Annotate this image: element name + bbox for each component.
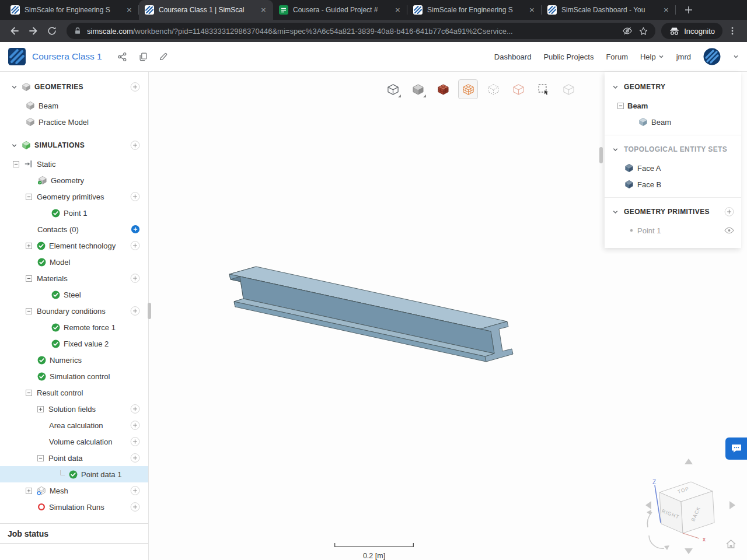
simscale-logo[interactable]	[8, 48, 26, 65]
reload-button[interactable]	[43, 22, 61, 40]
help-menu[interactable]: Help	[640, 52, 664, 61]
browser-tab-coursera-class-1-simscal[interactable]: Coursera Class 1 | SimScal×	[139, 0, 273, 20]
sidebar-resize-handle[interactable]	[148, 303, 151, 319]
new-tab-button[interactable]	[680, 2, 697, 18]
tab-close-button[interactable]: ×	[527, 5, 537, 15]
expander-minus-icon[interactable]	[13, 161, 19, 167]
add-button[interactable]	[130, 453, 140, 463]
tree-item-steel[interactable]: Steel	[0, 286, 148, 303]
eye-off-icon[interactable]	[622, 26, 633, 36]
panel-item-face-b-1[interactable]: Face B	[605, 176, 741, 192]
tree-item-boundary-conditions[interactable]: Boundary conditions	[0, 303, 148, 319]
tree-item-element-technology[interactable]: Element technology	[0, 237, 148, 254]
inactive-geometry-button[interactable]	[558, 79, 578, 99]
nav-forum[interactable]: Forum	[606, 52, 628, 61]
tree-item-materials[interactable]: Materials	[0, 270, 148, 286]
expander-minus-icon[interactable]	[26, 194, 32, 200]
username[interactable]: jmrd	[676, 52, 691, 61]
home-view-button[interactable]	[724, 537, 738, 551]
browser-tab-cousera-guided-project[interactable]: Cousera - Guided Project #×	[273, 0, 407, 20]
tab-close-button[interactable]: ×	[124, 5, 134, 15]
forward-button[interactable]	[25, 22, 42, 40]
expander-minus-icon[interactable]	[26, 275, 32, 282]
tree-item-numerics[interactable]: Numerics	[0, 352, 148, 368]
add-button[interactable]	[130, 306, 140, 316]
tree-item-remote-force-1[interactable]: Remote force 1	[0, 319, 148, 335]
add-button[interactable]	[130, 421, 140, 430]
add-button[interactable]	[130, 502, 140, 512]
highlight-geometry-button[interactable]	[508, 79, 528, 99]
tree-item-result-control[interactable]: Result control	[0, 384, 148, 401]
sidebar-section-simulations[interactable]: SIMULATIONS	[0, 137, 148, 153]
nav-public-projects[interactable]: Public Projects	[543, 52, 594, 61]
panel-section-header-topological-entity-sets[interactable]: TOPOLOGICAL ENTITY SETS	[605, 141, 741, 158]
sidebar-section-geometries[interactable]: GEOMETRIES	[0, 79, 148, 95]
tree-item-practice-model[interactable]: Practice Model	[0, 114, 148, 130]
browser-tab-simscale-dashboard-you[interactable]: SimScale Dashboard - You×	[542, 0, 676, 20]
beam-3d-model[interactable]	[225, 262, 522, 365]
tab-close-button[interactable]: ×	[393, 5, 403, 15]
panel-scrollbar[interactable]	[599, 147, 603, 163]
add-button[interactable]	[724, 207, 734, 217]
tree-item-volume-calculation[interactable]: Volume calculation	[0, 433, 148, 450]
section-chevron-icon[interactable]	[612, 208, 619, 216]
tree-item-contacts-0[interactable]: Contacts (0)	[0, 221, 148, 237]
duplicate-button[interactable]	[135, 49, 151, 64]
browser-tab-simscale-for-engineering-s[interactable]: SimScale for Engineering S×	[407, 0, 542, 20]
expander-plus-icon[interactable]	[26, 243, 32, 249]
add-button[interactable]	[130, 141, 140, 150]
panel-item-beam-1[interactable]: Beam	[605, 114, 741, 130]
tree-item-static[interactable]: Static	[0, 156, 148, 172]
url-bar[interactable]: simscale.com/workbench/?pid=114833331298…	[67, 23, 655, 39]
hidden-geometry-button[interactable]	[483, 79, 503, 99]
rename-pencil-button[interactable]	[156, 49, 171, 64]
tree-item-solution-fields[interactable]: Solution fields	[0, 401, 148, 417]
browser-tab-simscale-for-engineering-s[interactable]: SimScale for Engineering S×	[5, 0, 139, 20]
add-button[interactable]	[130, 404, 140, 414]
back-button[interactable]	[6, 22, 23, 40]
expander-minus-icon[interactable]	[26, 308, 32, 314]
tree-item-point-1[interactable]: Point 1	[0, 205, 148, 221]
add-button[interactable]	[130, 82, 140, 92]
add-button[interactable]	[130, 192, 140, 202]
tree-item-area-calculation[interactable]: Area calculation	[0, 417, 148, 433]
add-button[interactable]	[130, 241, 140, 251]
tree-item-simulation-control[interactable]: Simulation control	[0, 368, 148, 384]
tree-item-point-data-1[interactable]: Point data 1	[0, 466, 148, 482]
job-status[interactable]: Job status	[0, 523, 148, 544]
panel-section-header-geometry-primitives[interactable]: GEOMETRY PRIMITIVES	[605, 204, 741, 220]
nav-dashboard[interactable]: Dashboard	[494, 52, 532, 61]
tree-item-model[interactable]: Model	[0, 254, 148, 270]
expander-minus-icon[interactable]	[617, 103, 624, 109]
expander-plus-icon[interactable]	[26, 488, 32, 494]
tree-item-mesh[interactable]: Mesh	[0, 482, 148, 499]
tree-item-beam[interactable]: Beam	[0, 97, 148, 114]
panel-section-header-geometry[interactable]: GEOMETRY	[605, 79, 741, 95]
box-select-button[interactable]	[533, 79, 553, 99]
view-orientation-button[interactable]	[383, 79, 403, 99]
render-mode-button[interactable]	[408, 79, 428, 99]
visibility-eye-icon[interactable]	[724, 227, 734, 234]
add-button[interactable]	[130, 274, 140, 284]
tree-item-geometry-primitives[interactable]: Geometry primitives	[0, 188, 148, 205]
bookmark-star-icon[interactable]	[638, 26, 648, 36]
account-chevron-icon[interactable]	[733, 54, 739, 60]
mesh-wireframe-button[interactable]	[458, 79, 478, 99]
section-chevron-icon[interactable]	[612, 83, 619, 91]
section-chevron-icon[interactable]	[11, 83, 18, 91]
expander-plus-icon[interactable]	[37, 406, 44, 412]
panel-item-beam-0[interactable]: Beam	[605, 97, 741, 114]
tab-close-button[interactable]: ×	[259, 5, 268, 15]
section-chevron-icon[interactable]	[11, 142, 18, 149]
tree-item-simulation-runs[interactable]: Simulation Runs	[0, 499, 148, 515]
browser-menu-button[interactable]	[724, 22, 741, 40]
add-button[interactable]	[130, 437, 140, 447]
tree-item-geometry[interactable]: Geometry	[0, 172, 148, 188]
section-chevron-icon[interactable]	[612, 146, 619, 153]
share-button[interactable]	[115, 49, 130, 64]
tree-item-fixed-value-2[interactable]: Fixed value 2	[0, 335, 148, 352]
panel-item-face-a-0[interactable]: Face A	[605, 160, 741, 176]
add-button[interactable]	[130, 486, 140, 496]
tree-item-point-data[interactable]: Point data	[0, 450, 148, 466]
expander-minus-icon[interactable]	[37, 455, 44, 461]
